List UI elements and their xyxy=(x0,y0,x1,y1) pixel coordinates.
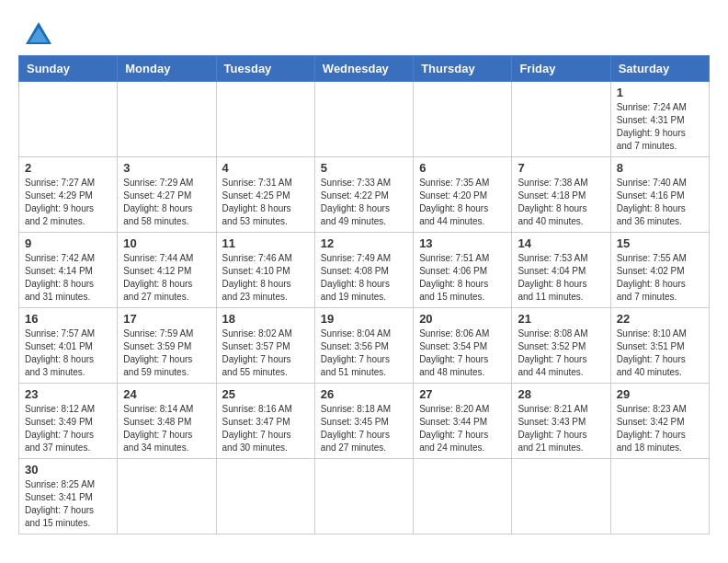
day-number: 27 xyxy=(419,387,506,401)
day-number: 30 xyxy=(25,463,111,477)
weekday-header-sunday: Sunday xyxy=(19,56,118,82)
day-info: Sunrise: 7:53 AM Sunset: 4:04 PM Dayligh… xyxy=(518,252,604,304)
weekday-header-tuesday: Tuesday xyxy=(216,56,314,82)
day-info: Sunrise: 8:14 AM Sunset: 3:48 PM Dayligh… xyxy=(123,403,210,454)
day-info: Sunrise: 8:20 AM Sunset: 3:44 PM Dayligh… xyxy=(419,403,506,454)
day-number: 18 xyxy=(222,312,309,326)
calendar-cell: 10Sunrise: 7:44 AM Sunset: 4:12 PM Dayli… xyxy=(118,233,216,308)
day-info: Sunrise: 7:35 AM Sunset: 4:20 PM Dayligh… xyxy=(419,177,506,228)
day-number: 23 xyxy=(25,387,111,401)
day-info: Sunrise: 7:24 AM Sunset: 4:31 PM Dayligh… xyxy=(617,101,703,153)
calendar-cell: 17Sunrise: 7:59 AM Sunset: 3:59 PM Dayli… xyxy=(118,308,216,384)
day-info: Sunrise: 7:44 AM Sunset: 4:12 PM Dayligh… xyxy=(123,252,210,304)
calendar-cell xyxy=(216,82,314,157)
weekday-header-wednesday: Wednesday xyxy=(314,56,413,82)
day-info: Sunrise: 7:57 AM Sunset: 4:01 PM Dayligh… xyxy=(25,327,111,379)
calendar-cell: 13Sunrise: 7:51 AM Sunset: 4:06 PM Dayli… xyxy=(414,233,512,308)
day-info: Sunrise: 7:33 AM Sunset: 4:22 PM Dayligh… xyxy=(321,177,407,228)
day-info: Sunrise: 8:06 AM Sunset: 3:54 PM Dayligh… xyxy=(419,327,506,379)
day-number: 9 xyxy=(25,236,111,250)
day-info: Sunrise: 7:29 AM Sunset: 4:27 PM Dayligh… xyxy=(123,177,210,228)
calendar-cell: 24Sunrise: 8:14 AM Sunset: 3:48 PM Dayli… xyxy=(118,384,216,459)
weekday-header-monday: Monday xyxy=(118,56,216,82)
day-number: 16 xyxy=(25,312,111,326)
calendar-cell: 1Sunrise: 7:24 AM Sunset: 4:31 PM Daylig… xyxy=(610,82,709,157)
day-info: Sunrise: 8:23 AM Sunset: 3:42 PM Dayligh… xyxy=(617,403,703,454)
calendar-cell: 26Sunrise: 8:18 AM Sunset: 3:45 PM Dayli… xyxy=(314,384,413,459)
calendar-cell xyxy=(216,459,314,534)
day-info: Sunrise: 8:02 AM Sunset: 3:57 PM Dayligh… xyxy=(222,327,309,379)
calendar-cell: 18Sunrise: 8:02 AM Sunset: 3:57 PM Dayli… xyxy=(216,308,314,384)
calendar-cell: 22Sunrise: 8:10 AM Sunset: 3:51 PM Dayli… xyxy=(610,308,709,384)
day-info: Sunrise: 7:51 AM Sunset: 4:06 PM Dayligh… xyxy=(419,252,506,304)
calendar-cell: 7Sunrise: 7:38 AM Sunset: 4:18 PM Daylig… xyxy=(512,157,610,233)
day-number: 24 xyxy=(123,387,210,401)
day-info: Sunrise: 7:59 AM Sunset: 3:59 PM Dayligh… xyxy=(123,327,210,379)
day-number: 4 xyxy=(222,161,309,175)
calendar-cell: 5Sunrise: 7:33 AM Sunset: 4:22 PM Daylig… xyxy=(314,157,413,233)
day-info: Sunrise: 7:38 AM Sunset: 4:18 PM Dayligh… xyxy=(518,177,604,228)
calendar-cell: 6Sunrise: 7:35 AM Sunset: 4:20 PM Daylig… xyxy=(414,157,512,233)
day-info: Sunrise: 8:18 AM Sunset: 3:45 PM Dayligh… xyxy=(321,403,407,454)
calendar-week-5: 23Sunrise: 8:12 AM Sunset: 3:49 PM Dayli… xyxy=(19,384,710,459)
day-number: 19 xyxy=(321,312,407,326)
day-number: 21 xyxy=(518,312,604,326)
calendar-cell xyxy=(19,82,118,157)
logo xyxy=(18,18,55,52)
weekday-header-thursday: Thursday xyxy=(414,56,512,82)
day-info: Sunrise: 8:04 AM Sunset: 3:56 PM Dayligh… xyxy=(321,327,407,379)
calendar-cell: 12Sunrise: 7:49 AM Sunset: 4:08 PM Dayli… xyxy=(314,233,413,308)
calendar-table: SundayMondayTuesdayWednesdayThursdayFrid… xyxy=(18,55,710,534)
calendar-cell: 23Sunrise: 8:12 AM Sunset: 3:49 PM Dayli… xyxy=(19,384,118,459)
calendar-week-2: 2Sunrise: 7:27 AM Sunset: 4:29 PM Daylig… xyxy=(19,157,710,233)
day-number: 17 xyxy=(123,312,210,326)
day-info: Sunrise: 7:40 AM Sunset: 4:16 PM Dayligh… xyxy=(617,177,703,228)
day-number: 26 xyxy=(321,387,407,401)
day-number: 11 xyxy=(222,236,309,250)
calendar-cell: 27Sunrise: 8:20 AM Sunset: 3:44 PM Dayli… xyxy=(414,384,512,459)
calendar-week-4: 16Sunrise: 7:57 AM Sunset: 4:01 PM Dayli… xyxy=(19,308,710,384)
day-number: 22 xyxy=(617,312,703,326)
calendar-cell: 3Sunrise: 7:29 AM Sunset: 4:27 PM Daylig… xyxy=(118,157,216,233)
page-header xyxy=(18,18,710,52)
day-info: Sunrise: 8:25 AM Sunset: 3:41 PM Dayligh… xyxy=(25,478,111,530)
calendar-week-6: 30Sunrise: 8:25 AM Sunset: 3:41 PM Dayli… xyxy=(19,459,710,534)
weekday-header-row: SundayMondayTuesdayWednesdayThursdayFrid… xyxy=(19,56,710,82)
day-number: 12 xyxy=(321,236,407,250)
calendar-cell: 28Sunrise: 8:21 AM Sunset: 3:43 PM Dayli… xyxy=(512,384,610,459)
calendar-cell: 21Sunrise: 8:08 AM Sunset: 3:52 PM Dayli… xyxy=(512,308,610,384)
calendar-cell xyxy=(610,459,709,534)
day-info: Sunrise: 8:21 AM Sunset: 3:43 PM Dayligh… xyxy=(518,403,604,454)
day-number: 7 xyxy=(518,161,604,175)
calendar-cell: 29Sunrise: 8:23 AM Sunset: 3:42 PM Dayli… xyxy=(610,384,709,459)
weekday-header-friday: Friday xyxy=(512,56,610,82)
calendar-week-3: 9Sunrise: 7:42 AM Sunset: 4:14 PM Daylig… xyxy=(19,233,710,308)
day-number: 20 xyxy=(419,312,506,326)
calendar-cell: 15Sunrise: 7:55 AM Sunset: 4:02 PM Dayli… xyxy=(610,233,709,308)
day-info: Sunrise: 8:08 AM Sunset: 3:52 PM Dayligh… xyxy=(518,327,604,379)
day-info: Sunrise: 7:49 AM Sunset: 4:08 PM Dayligh… xyxy=(321,252,407,304)
calendar-cell: 8Sunrise: 7:40 AM Sunset: 4:16 PM Daylig… xyxy=(610,157,709,233)
day-info: Sunrise: 7:46 AM Sunset: 4:10 PM Dayligh… xyxy=(222,252,309,304)
calendar-cell xyxy=(314,459,413,534)
calendar-cell xyxy=(414,459,512,534)
calendar-cell: 16Sunrise: 7:57 AM Sunset: 4:01 PM Dayli… xyxy=(19,308,118,384)
calendar-cell: 14Sunrise: 7:53 AM Sunset: 4:04 PM Dayli… xyxy=(512,233,610,308)
day-number: 29 xyxy=(617,387,703,401)
day-number: 8 xyxy=(617,161,703,175)
calendar-cell: 25Sunrise: 8:16 AM Sunset: 3:47 PM Dayli… xyxy=(216,384,314,459)
calendar-cell: 30Sunrise: 8:25 AM Sunset: 3:41 PM Dayli… xyxy=(19,459,118,534)
calendar-cell: 19Sunrise: 8:04 AM Sunset: 3:56 PM Dayli… xyxy=(314,308,413,384)
calendar-cell xyxy=(314,82,413,157)
calendar-cell xyxy=(118,82,216,157)
calendar-cell xyxy=(414,82,512,157)
day-info: Sunrise: 7:55 AM Sunset: 4:02 PM Dayligh… xyxy=(617,252,703,304)
calendar-week-1: 1Sunrise: 7:24 AM Sunset: 4:31 PM Daylig… xyxy=(19,82,710,157)
day-number: 14 xyxy=(518,236,604,250)
weekday-header-saturday: Saturday xyxy=(610,56,709,82)
calendar-cell: 20Sunrise: 8:06 AM Sunset: 3:54 PM Dayli… xyxy=(414,308,512,384)
day-number: 2 xyxy=(25,161,111,175)
day-info: Sunrise: 7:31 AM Sunset: 4:25 PM Dayligh… xyxy=(222,177,309,228)
day-info: Sunrise: 8:16 AM Sunset: 3:47 PM Dayligh… xyxy=(222,403,309,454)
day-number: 25 xyxy=(222,387,309,401)
